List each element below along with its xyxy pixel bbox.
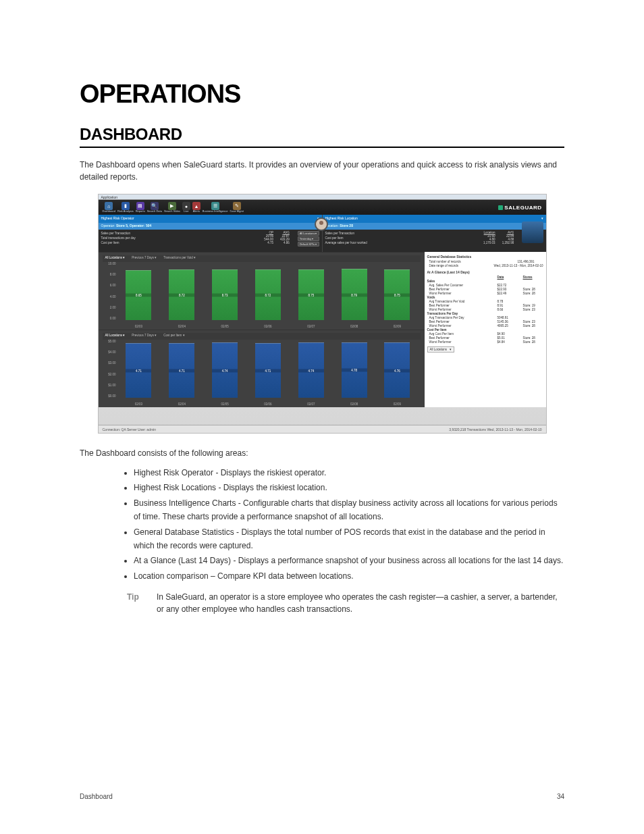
stats-row: Best Performer8.91Store: 19: [427, 303, 543, 307]
chart-bar[interactable]: 4.71: [169, 343, 194, 398]
toolbar-reports-button[interactable]: ▤Reports: [136, 202, 145, 213]
tip-callout: Tip In SaleGuard, an operator is a store…: [127, 591, 564, 615]
list-item: Location comparison – Compare KPI data b…: [134, 569, 564, 583]
stats-row: Best Performer$5.01Store: 28: [427, 336, 543, 340]
toolbar-risk-analysis-button[interactable]: ▮Risk Analysis: [117, 202, 134, 213]
panel-title: Highest Risk Location: [325, 216, 358, 221]
chart-tab[interactable]: All Locations ▾: [105, 334, 126, 339]
chart-bar[interactable]: 8.72: [255, 269, 281, 320]
page-footer: Dashboard 34: [80, 793, 564, 800]
stats-row: Worst Performer$22.49Store: 28: [427, 291, 543, 295]
chart-bar[interactable]: 4.74: [298, 342, 324, 398]
toolbar-case-mgmt-button[interactable]: ✎Case Mgmt: [230, 202, 243, 213]
chart-tab[interactable]: Previous 7 Days ▾: [132, 256, 157, 261]
intro-paragraph: The Dashboard opens when SaleGuard start…: [80, 159, 564, 183]
chart-tab[interactable]: Previous 7 Days ▾: [132, 334, 157, 339]
stats-row: Avg Cost Per Item$4.90: [427, 332, 543, 336]
tip-text: In SaleGuard, an operator is a store emp…: [157, 591, 564, 615]
chevron-down-icon[interactable]: ▾: [541, 216, 543, 221]
section-heading: DASHBOARD: [80, 125, 564, 148]
stats-row: Best Performer5145.36Store: 23: [427, 319, 543, 323]
risk-operator-value[interactable]: Store 5, Operator: 504: [116, 224, 151, 228]
toolbar-business-intelligence-button[interactable]: ☰Business Intelligence: [203, 202, 228, 213]
list-item: At a Glance (Last 14 Days) - Displays a …: [134, 554, 564, 567]
stats-sidebar: General Database Statistics Total number…: [425, 252, 546, 407]
app-toolbar: ⌂Dashboard▮Risk Analysis▤Reports🔍Search …: [99, 200, 546, 215]
chart-bar[interactable]: 4.71: [126, 343, 151, 398]
chart-tab[interactable]: All Locations ▾: [105, 256, 126, 261]
chart-bar[interactable]: 4.78: [342, 342, 367, 398]
status-right: 3,9320,218 Transactions Wed, 2013-11-13 …: [449, 427, 541, 432]
dashboard-screenshot: Application ⌂Dashboard▮Risk Analysis▤Rep…: [98, 194, 547, 434]
chart-transactions-per-void: All Locations ▾Previous 7 Days ▾Transact…: [99, 252, 425, 330]
risk-location-value[interactable]: Store 28: [340, 224, 353, 228]
chart-bar[interactable]: 8.73: [212, 269, 238, 320]
footer-section: Dashboard: [80, 793, 113, 800]
date-range: Wed, 2013-11-13 - Mon, 2014-02-10: [494, 264, 543, 267]
stats-row: Best Performer$22.93Store: 28: [427, 287, 543, 291]
total-records: 131,496,391: [518, 260, 543, 263]
list-item: Highest Risk Operator - Displays the ris…: [134, 466, 564, 479]
page-number: 34: [557, 793, 564, 800]
operator-avatar[interactable]: [315, 217, 328, 231]
risk-row: Highest Risk Operator▾ Operator: Store 5…: [99, 215, 546, 252]
list-item: Highest Risk Locations - Displays the ri…: [134, 481, 564, 494]
chart-bar[interactable]: 4.71: [255, 343, 281, 398]
dropdown[interactable]: All Locations ▾: [298, 231, 319, 236]
chart-bar[interactable]: 8.75: [384, 269, 410, 320]
highest-risk-operator-panel: Highest Risk Operator▾ Operator: Store 5…: [99, 215, 322, 252]
chart-bar[interactable]: 4.74: [212, 342, 238, 398]
chart-cost-per-item: All Locations ▾Previous 7 Days ▾Cost per…: [99, 330, 425, 407]
brand-logo: SALEGUARD: [498, 205, 541, 211]
chart-bar[interactable]: 4.76: [384, 342, 410, 398]
charts-area: All Locations ▾Previous 7 Days ▾Transact…: [99, 252, 546, 407]
chart-bar[interactable]: 8.72: [169, 269, 194, 320]
chart-bar[interactable]: 8.79: [342, 269, 367, 320]
shield-icon: [498, 205, 503, 210]
stats-row: Worst Performer8.66Store: 23: [427, 307, 543, 311]
glance-title: At A Glance (Last 14 Days): [427, 270, 543, 274]
map-icon[interactable]: [522, 221, 543, 243]
highest-risk-location-panel: Highest Risk Location▾ Location: Store 2…: [322, 215, 546, 252]
toolbar-alerts-button[interactable]: ▲Alerts: [192, 202, 200, 213]
stats-row: Avg Transactions Per Void8.78: [427, 299, 543, 303]
features-heading: The Dashboard consists of the following …: [80, 447, 564, 459]
stats-row: Avg Transactions Per Day5048.91: [427, 315, 543, 319]
stats-location-dropdown[interactable]: All Locations ▾: [427, 346, 454, 353]
list-item: Business Intelligence Charts - Configura…: [134, 496, 564, 524]
chart-bar[interactable]: 8.75: [298, 269, 324, 320]
toolbar-search-video-button[interactable]: ▶Search Video: [164, 202, 180, 213]
chart-tab[interactable]: Cost per Item ▾: [163, 334, 184, 339]
stats-title: General Database Statistics: [427, 255, 543, 259]
features-list: Highest Risk Operator - Displays the ris…: [134, 466, 564, 583]
panel-title: Highest Risk Operator: [101, 216, 134, 221]
status-left: Connection: QA Server User: admin: [103, 427, 156, 432]
toolbar-dashboard-button[interactable]: ⌂Dashboard: [103, 202, 116, 213]
status-bar: Connection: QA Server User: admin 3,9320…: [99, 425, 546, 433]
list-item: General Database Statistics - Displays t…: [134, 525, 564, 553]
app-menubar[interactable]: Application: [99, 194, 546, 200]
stats-row: Worst Performer4995.25Store: 28: [427, 323, 543, 328]
stats-row: Worst Performer$4.84Store: 28: [427, 340, 543, 344]
chart-bar[interactable]: 8.65: [126, 270, 151, 320]
toolbar-search-data-button[interactable]: 🔍Search Data: [147, 202, 162, 213]
page-title: OPERATIONS: [80, 80, 564, 109]
dropdown[interactable]: Default KPIs ▾: [298, 242, 319, 246]
toolbar-live-button[interactable]: ●Live: [182, 202, 190, 213]
chart-tab[interactable]: Transactions per Void ▾: [163, 256, 196, 261]
dropdown[interactable]: Yesterday ▾: [298, 236, 319, 241]
tip-label: Tip: [127, 591, 150, 615]
stats-row: Avg. Sales Per Customer$22.72: [427, 283, 543, 287]
